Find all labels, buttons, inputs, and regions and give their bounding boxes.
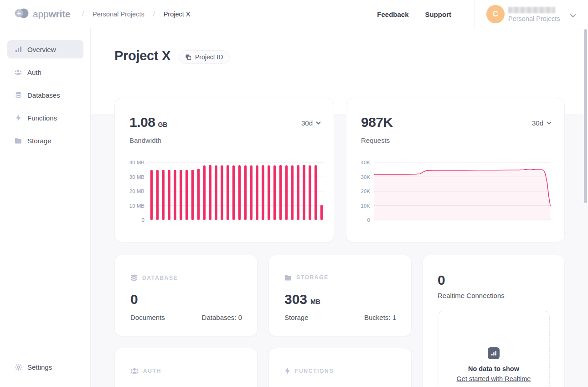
bandwidth-value: 1.08 GB [129, 115, 167, 130]
sidebar-item-overview[interactable]: Overview [7, 40, 83, 58]
breadcrumb-project-x[interactable]: Project X [164, 10, 191, 18]
storage-number: 303 [284, 292, 307, 307]
vertical-scrollbar-thumb[interactable] [584, 29, 587, 203]
bandwidth-unit: GB [158, 121, 167, 128]
storage-size: 303 MB [284, 292, 320, 307]
chevron-down-icon [316, 121, 321, 125]
storage-category-label: STORAGE [296, 274, 329, 281]
user-name-redacted [508, 7, 555, 13]
account-menu-button[interactable]: C Personal Projects [474, 0, 588, 28]
requests-label: Requests [361, 136, 390, 144]
bandwidth-label: Bandwidth [129, 136, 161, 144]
storage-unit: MB [310, 298, 320, 305]
range-label: 30d [532, 119, 543, 127]
sidebar-item-databases[interactable]: Databases [7, 86, 83, 104]
documents-number: 0 [130, 292, 138, 307]
svg-text:0: 0 [142, 217, 144, 223]
get-started-realtime-link[interactable]: Get started with Realtime [438, 375, 549, 382]
sidebar-item-label: Auth [27, 68, 41, 76]
svg-text:10K: 10K [361, 203, 371, 209]
appwrite-logo-icon [15, 8, 29, 20]
bandwidth-number: 1.08 [129, 115, 155, 130]
svg-text:30K: 30K [361, 174, 371, 180]
documents-label: Documents [130, 314, 165, 321]
database-category-label: DATABASE [142, 275, 178, 281]
databases-count-label: Databases: 0 [202, 314, 242, 321]
support-link[interactable]: Support [425, 10, 452, 18]
bandwidth-card: 1.08 GB 30d Bandwidth 010 MB20 MB30 MB40… [114, 98, 334, 242]
requests-card: 987K 30d Requests 010K20K30K40K [346, 98, 565, 242]
chevron-down-icon [547, 121, 552, 125]
svg-text:20K: 20K [361, 188, 371, 194]
lightning-icon [15, 114, 22, 121]
sidebar-item-storage[interactable]: Storage [7, 131, 83, 150]
sidebar-item-auth[interactable]: Auth [7, 63, 83, 81]
sidebar-item-label: Overview [27, 46, 56, 53]
app-window: appwrite / Personal Projects / Project X… [0, 0, 588, 387]
auth-category-label: AUTH [143, 368, 161, 374]
database-card: DATABASE 0 Documents Databases: 0 [114, 255, 258, 336]
breadcrumb-separator: / [153, 10, 155, 18]
requests-line-chart: 010K20K30K40K [354, 156, 559, 236]
database-card-header: DATABASE [130, 274, 178, 282]
auth-card-header: AUTH [130, 367, 161, 374]
requests-range-dropdown[interactable]: 30d [532, 119, 552, 127]
page-title: Project X [114, 48, 170, 63]
sidebar-item-settings[interactable]: Settings [7, 358, 83, 376]
realtime-empty-state: No data to show Get started with Realtim… [438, 311, 550, 387]
sidebar-item-label: Settings [27, 363, 52, 371]
requests-value: 987K [361, 115, 396, 130]
svg-text:10 MB: 10 MB [129, 203, 145, 209]
breadcrumb: / Personal Projects / Project X [82, 0, 191, 28]
database-icon [15, 91, 22, 99]
users-icon [130, 367, 139, 374]
bandwidth-range-dropdown[interactable]: 30d [301, 119, 321, 127]
buckets-count-label: Buckets: 1 [364, 314, 396, 321]
appwrite-logo[interactable]: appwrite [15, 0, 70, 28]
auth-card: AUTH [114, 348, 258, 387]
feedback-link[interactable]: Feedback [377, 10, 408, 18]
top-header: appwrite / Personal Projects / Project X… [0, 0, 588, 28]
realtime-connections-number: 0 [438, 272, 445, 288]
folder-icon [15, 137, 22, 144]
sidebar-item-label: Functions [27, 114, 57, 122]
project-id-badge-label: Project ID [195, 53, 223, 61]
realtime-card: 0 Realtime Connections No data to show G… [423, 255, 565, 387]
account-org-label: Personal Projects [508, 15, 560, 22]
no-data-text: No data to show [438, 365, 549, 372]
svg-text:0: 0 [367, 217, 370, 223]
breadcrumb-personal-projects[interactable]: Personal Projects [93, 10, 144, 18]
storage-card: STORAGE 303 MB Storage Buckets: 1 [268, 255, 412, 336]
range-label: 30d [301, 119, 313, 127]
storage-label: Storage [284, 314, 309, 321]
documents-count: 0 [130, 292, 141, 307]
svg-text:20 MB: 20 MB [129, 188, 145, 194]
gear-icon [15, 363, 22, 371]
functions-card-header: FUNCTIONS [284, 367, 334, 375]
storage-card-footer: Storage Buckets: 1 [284, 314, 396, 321]
svg-text:30 MB: 30 MB [129, 174, 145, 180]
sidebar-item-label: Databases [27, 91, 60, 99]
svg-text:40K: 40K [361, 160, 371, 165]
requests-number: 987K [361, 115, 393, 130]
bar-chart-icon [488, 347, 500, 359]
logo-text: appwrite [33, 9, 70, 20]
lightning-icon [284, 367, 290, 375]
storage-card-header: STORAGE [284, 274, 329, 281]
functions-card: FUNCTIONS [268, 348, 412, 387]
sidebar-item-functions[interactable]: Functions [7, 109, 83, 127]
users-icon [15, 68, 22, 76]
chevron-down-icon [570, 11, 576, 20]
bandwidth-bar-chart: 010 MB20 MB30 MB40 MB [122, 156, 327, 236]
project-id-badge[interactable]: Project ID [179, 50, 230, 64]
sidebar: Overview Auth Databases Functions Storag… [0, 28, 91, 387]
svg-text:40 MB: 40 MB [129, 160, 145, 165]
database-card-footer: Documents Databases: 0 [130, 314, 242, 321]
sidebar-item-label: Storage [27, 137, 52, 145]
database-icon [130, 274, 138, 282]
realtime-connections-label: Realtime Connections [438, 292, 505, 299]
functions-category-label: FUNCTIONS [295, 368, 334, 374]
bar-chart-icon [15, 46, 22, 53]
header-links: Feedback Support [377, 0, 451, 28]
avatar: C [486, 5, 505, 23]
